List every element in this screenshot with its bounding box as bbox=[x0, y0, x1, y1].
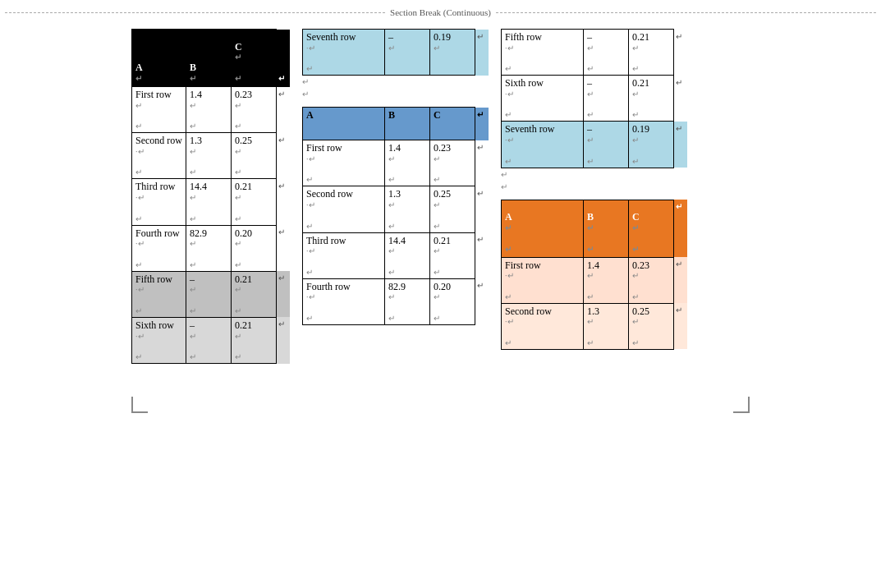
table4-row1-c: 0.23↵↵ bbox=[629, 257, 674, 303]
section2: Seventh row·↵↵ –↵ 0.19↵ ↵ ↵ ↵ A bbox=[302, 29, 489, 325]
table-row: Second row·↵↵ 1.3↵↵ 0.25↵↵ ↵ bbox=[502, 303, 687, 349]
para-mark-line: ↵ bbox=[302, 76, 489, 88]
table2-seventh-c: 0.19↵ bbox=[430, 30, 475, 76]
table2-header-row: A B C ↵ bbox=[303, 108, 489, 140]
table1-row1-b: 1.4↵↵ bbox=[186, 87, 232, 133]
table4-header-arrow: ↵ bbox=[674, 200, 687, 257]
table1-row1-c: 0.23↵↵ bbox=[232, 87, 277, 133]
table1-row3-b: 14.4↵↵ bbox=[186, 179, 232, 225]
table1-row4-label: Fourth row·↵↵ bbox=[132, 225, 186, 271]
section-break: Section Break (Continuous) bbox=[0, 4, 881, 21]
table2-header-b: B bbox=[385, 108, 430, 140]
table1-row2-arrow: ↵ bbox=[277, 133, 290, 179]
table2-full: A B C ↵ First row·↵↵ 1.4↵↵ 0.23↵↵ ↵ bbox=[302, 107, 489, 325]
table2: A B C ↵ First row·↵↵ 1.4↵↵ 0.23↵↵ ↵ bbox=[302, 107, 489, 325]
table1-row5-label: Fifth row·↵↵ bbox=[132, 271, 186, 317]
table2-row2-label: Second row·↵↵ bbox=[303, 186, 385, 232]
table3-row3-b: –↵↵ bbox=[584, 122, 629, 168]
table-row: First row·↵↵ 1.4↵↵ 0.23↵↵ ↵ bbox=[303, 140, 489, 186]
table3-row1-label: Fifth row·↵↵ bbox=[502, 30, 584, 76]
table4-row2-c: 0.25↵↵ bbox=[629, 303, 674, 349]
table-row: Fifth row·↵↵ –↵↵ 0.21↵↵ ↵ bbox=[502, 30, 687, 76]
table3-row1-b: –↵↵ bbox=[584, 30, 629, 76]
table4-header-c: C↵↵ bbox=[629, 200, 674, 257]
table1-header-row: A↵ B↵ C↵↵ ↵ bbox=[132, 30, 290, 87]
table1-row4-arrow: ↵ bbox=[277, 225, 290, 271]
section3: Fifth row·↵↵ –↵↵ 0.21↵↵ ↵ Sixth row·↵↵ –… bbox=[501, 29, 687, 350]
table1-header-arrow: ↵ bbox=[277, 30, 290, 87]
table2-row1-b: 1.4↵↵ bbox=[385, 140, 430, 186]
bottom-area bbox=[0, 397, 881, 413]
table1-row6-label: Sixth row·↵↵ bbox=[132, 317, 186, 363]
table3-row2-arrow: ↵ bbox=[674, 76, 687, 122]
table3: Fifth row·↵↵ –↵↵ 0.21↵↵ ↵ Sixth row·↵↵ –… bbox=[501, 29, 687, 168]
table1-row1-label: First row↵↵ bbox=[132, 87, 186, 133]
table3-container: Fifth row·↵↵ –↵↵ 0.21↵↵ ↵ Sixth row·↵↵ –… bbox=[501, 29, 687, 193]
table2-row3-label: Third row·↵↵ bbox=[303, 232, 385, 278]
table-row: Fourth row·↵↵ 82.9↵↵ 0.20↵↵ ↵ bbox=[132, 225, 290, 271]
table3-row2-c: 0.21↵↵ bbox=[629, 76, 674, 122]
table-row: First row↵↵ 1.4↵↵ 0.23↵↵ ↵ bbox=[132, 87, 290, 133]
table3-row1-c: 0.21↵↵ bbox=[629, 30, 674, 76]
table3-row3-label: Seventh row·↵↵ bbox=[502, 122, 584, 168]
table-row: Second row·↵↵ 1.3↵↵ 0.25↵↵ ↵ bbox=[132, 133, 290, 179]
table1-row2-c: 0.25↵↵ bbox=[232, 133, 277, 179]
table1-row3-arrow: ↵ bbox=[277, 179, 290, 225]
table1-row6-arrow: ↵ bbox=[277, 317, 290, 363]
table2-header-a: A bbox=[303, 108, 385, 140]
table2-seventh-arrow: ↵ bbox=[475, 30, 489, 76]
table1-row4-c: 0.20↵↵ bbox=[232, 225, 277, 271]
table4-row2-arrow: ↵ bbox=[674, 303, 687, 349]
page: Section Break (Continuous) A↵ B↵ C↵↵ ↵ F… bbox=[0, 0, 881, 588]
para-mark-line4: ↵ bbox=[501, 181, 687, 193]
table1-row2-label: Second row·↵↵ bbox=[132, 133, 186, 179]
table1-container: A↵ B↵ C↵↵ ↵ First row↵↵ 1.4↵↵ 0.23↵↵ ↵ S… bbox=[131, 29, 290, 364]
table4-header-a: A↵↵ bbox=[502, 200, 584, 257]
table3-row3-arrow: ↵ bbox=[674, 122, 687, 168]
table1: A↵ B↵ C↵↵ ↵ First row↵↵ 1.4↵↵ 0.23↵↵ ↵ S… bbox=[131, 29, 290, 364]
table-row: First row·↵↵ 1.4↵↵ 0.23↵↵ ↵ bbox=[502, 257, 687, 303]
table2-row4-label: Fourth row·↵↵ bbox=[303, 278, 385, 324]
table2-top: Seventh row·↵↵ –↵ 0.19↵ ↵ ↵ ↵ bbox=[302, 29, 489, 100]
table1-row2-b: 1.3↵↵ bbox=[186, 133, 232, 179]
table2-seventh-b: –↵ bbox=[385, 30, 430, 76]
corner-mark-left bbox=[131, 397, 148, 413]
table2-row1-arrow: ↵ bbox=[475, 140, 489, 186]
table2-top-table: Seventh row·↵↵ –↵ 0.19↵ ↵ bbox=[302, 29, 489, 76]
table2-row1-label: First row·↵↵ bbox=[303, 140, 385, 186]
content-area: A↵ B↵ C↵↵ ↵ First row↵↵ 1.4↵↵ 0.23↵↵ ↵ S… bbox=[0, 21, 881, 380]
table1-row4-b: 82.9↵↵ bbox=[186, 225, 232, 271]
table-row: Seventh row·↵↵ –↵↵ 0.19↵↵ ↵ bbox=[502, 122, 687, 168]
table1-row3-c: 0.21↵↵ bbox=[232, 179, 277, 225]
table2-row3-b: 14.4↵↵ bbox=[385, 232, 430, 278]
table-row: Sixth row·↵↵ –↵↵ 0.21↵↵ ↵ bbox=[502, 76, 687, 122]
table1-row6-c: 0.21↵↵ bbox=[232, 317, 277, 363]
section-break-label: Section Break (Continuous) bbox=[390, 7, 491, 17]
table1-header-b: B↵ bbox=[186, 30, 232, 87]
para-mark-line3: ↵ bbox=[501, 168, 687, 181]
table2-seventh-label: Seventh row·↵↵ bbox=[303, 30, 385, 76]
table1-header-a: A↵ bbox=[132, 30, 186, 87]
table1-row6-b: –↵↵ bbox=[186, 317, 232, 363]
table2-row4-c: 0.20↵↵ bbox=[430, 278, 475, 324]
table-row: Sixth row·↵↵ –↵↵ 0.21↵↵ ↵ bbox=[132, 317, 290, 363]
table2-row4-arrow: ↵ bbox=[475, 278, 489, 324]
table1-row3-label: Third row·↵↵ bbox=[132, 179, 186, 225]
table1-header-c: C↵↵ bbox=[232, 30, 277, 87]
table1-row1-arrow: ↵ bbox=[277, 87, 290, 133]
table2-row2-c: 0.25↵↵ bbox=[430, 186, 475, 232]
table2-row1-c: 0.23↵↵ bbox=[430, 140, 475, 186]
table-row: Fourth row·↵↵ 82.9↵↵ 0.20↵↵ ↵ bbox=[303, 278, 489, 324]
table1-row5-c: 0.21↵↵ bbox=[232, 271, 277, 317]
table4-row1-label: First row·↵↵ bbox=[502, 257, 584, 303]
table4-row2-label: Second row·↵↵ bbox=[502, 303, 584, 349]
corner-mark-right bbox=[733, 397, 750, 413]
table3-row1-arrow: ↵ bbox=[674, 30, 687, 76]
table2-row2-b: 1.3↵↵ bbox=[385, 186, 430, 232]
table-row: Fifth row·↵↵ –↵↵ 0.21↵↵ ↵ bbox=[132, 271, 290, 317]
table4-row2-b: 1.3↵↵ bbox=[584, 303, 629, 349]
table2-row2-arrow: ↵ bbox=[475, 186, 489, 232]
table2-header-c: C bbox=[430, 108, 475, 140]
table2-row3-c: 0.21↵↵ bbox=[430, 232, 475, 278]
table2-header-arrow: ↵ bbox=[475, 108, 489, 140]
